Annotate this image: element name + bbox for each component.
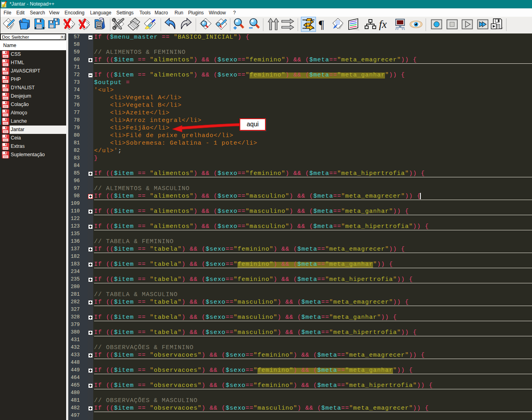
svg-text:¶: ¶ xyxy=(319,18,324,31)
svg-text:fx: fx xyxy=(379,18,387,30)
